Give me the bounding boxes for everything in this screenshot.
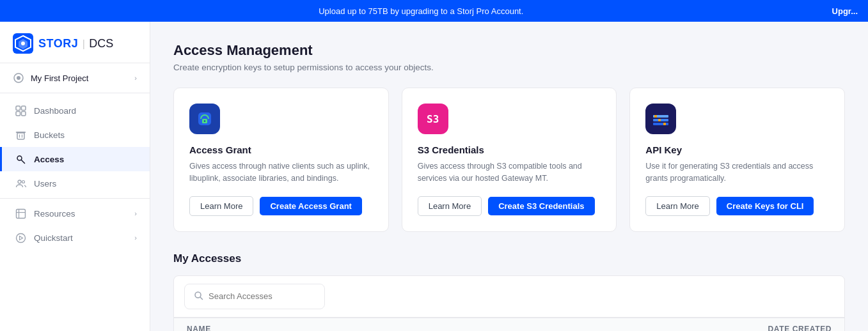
s3-credentials-card-desc: Gives access through S3 compatible tools… [418,160,601,185]
svg-point-13 [18,180,21,183]
s3-credentials-card-actions: Learn More Create S3 Credentials [418,196,601,216]
project-icon [13,72,24,84]
dashboard-icon [15,105,26,116]
api-key-card-icon [645,104,676,134]
svg-point-12 [17,156,22,160]
sidebar-item-dashboard[interactable]: Dashboard [0,98,150,123]
svg-rect-9 [21,111,26,116]
access-grant-card-icon [189,104,220,134]
table-header-date: DATE CREATED [729,325,832,332]
quickstart-chevron: › [134,234,137,242]
access-grant-card-desc: Gives access through native clients such… [189,160,373,185]
storj-logo-icon [13,33,33,54]
access-icon [15,153,26,165]
svg-rect-24 [653,123,668,125]
table-header-name: NAME [187,325,729,332]
page-subtitle: Create encryption keys to setup permissi… [173,63,845,72]
svg-rect-27 [663,123,666,125]
sidebar-nav: Dashboard Buckets Access Users [0,93,150,255]
my-accesses-section: My Accesses NAME DATE CREATED [173,252,845,332]
project-name: My First Project [31,73,88,83]
api-key-card-actions: Learn More Create Keys for CLI [645,196,829,216]
sidebar-item-quickstart[interactable]: Quickstart › [0,226,150,250]
card-api-key: API Key Use it for generating S3 credent… [629,88,845,232]
svg-point-3 [21,42,25,45]
s3-credentials-card-title: S3 Credentials [418,144,601,155]
quickstart-icon [15,232,26,243]
svg-rect-8 [16,111,20,116]
top-banner: Upload up to 75TB by upgrading to a Stor… [0,0,868,22]
sidebar-item-resources[interactable]: Resources › [0,201,150,226]
api-key-card-title: API Key [645,144,829,155]
buckets-label: Buckets [34,130,65,140]
api-key-card-desc: Use it for generating S3 credentials and… [645,160,829,185]
create-access-grant-button[interactable]: Create Access Grant [260,197,361,215]
project-chevron: › [134,74,137,82]
users-label: Users [34,179,56,189]
sidebar: STORJ | DCS My First Project › Dashboard [0,22,150,331]
s3-icon-text: S3 [427,113,439,125]
logo-dcs: DCS [89,37,113,50]
resources-label: Resources [34,209,75,219]
users-icon [15,178,26,189]
svg-rect-26 [658,119,661,121]
resources-chevron: › [134,210,137,217]
banner-text: Upload up to 75TB by upgrading to a Stor… [10,6,832,16]
dashboard-label: Dashboard [34,106,76,116]
svg-rect-6 [16,106,20,111]
project-selector[interactable]: My First Project › [0,63,150,93]
sidebar-item-users[interactable]: Users [0,171,150,196]
my-accesses-title: My Accesses [173,252,845,265]
svg-point-14 [22,180,24,183]
nav-divider-1 [0,198,150,199]
buckets-icon [15,129,26,141]
cards-row: Access Grant Gives access through native… [173,88,845,232]
search-row [174,276,844,318]
access-grant-learn-more-button[interactable]: Learn More [189,196,253,216]
access-label: Access [34,155,64,164]
api-key-learn-more-button[interactable]: Learn More [645,196,709,216]
search-bar[interactable] [184,284,325,309]
resources-icon [15,208,26,219]
create-keys-for-cli-button[interactable]: Create Keys for CLI [716,197,814,215]
card-access-grant: Access Grant Gives access through native… [173,88,389,232]
page-title: Access Management [173,42,845,59]
card-s3-credentials: S3 S3 Credentials Gives access through S… [402,88,617,232]
access-grant-card-title: Access Grant [189,144,373,155]
s3-credentials-card-icon: S3 [418,104,448,134]
svg-point-21 [204,120,205,121]
sidebar-item-access[interactable]: Access [0,147,150,171]
access-grant-card-actions: Learn More Create Access Grant [189,196,373,216]
svg-rect-15 [16,209,25,218]
quickstart-label: Quickstart [34,233,73,243]
logo-storj: STORJ [38,37,78,50]
sidebar-item-buckets[interactable]: Buckets [0,123,150,147]
logo-divider: | [79,38,88,49]
svg-point-5 [17,76,20,80]
banner-upgrade: Upgr... [832,6,858,16]
main-content: Access Management Create encryption keys… [150,22,868,331]
svg-point-18 [16,233,25,242]
accesses-table-wrap: NAME DATE CREATED [173,275,845,332]
svg-rect-7 [21,106,26,111]
svg-point-28 [195,292,201,298]
sidebar-logo: STORJ | DCS [0,22,150,63]
search-input[interactable] [209,291,316,301]
search-icon [194,291,203,302]
s3-learn-more-button[interactable]: Learn More [418,196,482,216]
create-s3-credentials-button[interactable]: Create S3 Credentials [488,197,594,215]
table-header: NAME DATE CREATED [174,318,844,332]
svg-rect-25 [654,115,657,118]
